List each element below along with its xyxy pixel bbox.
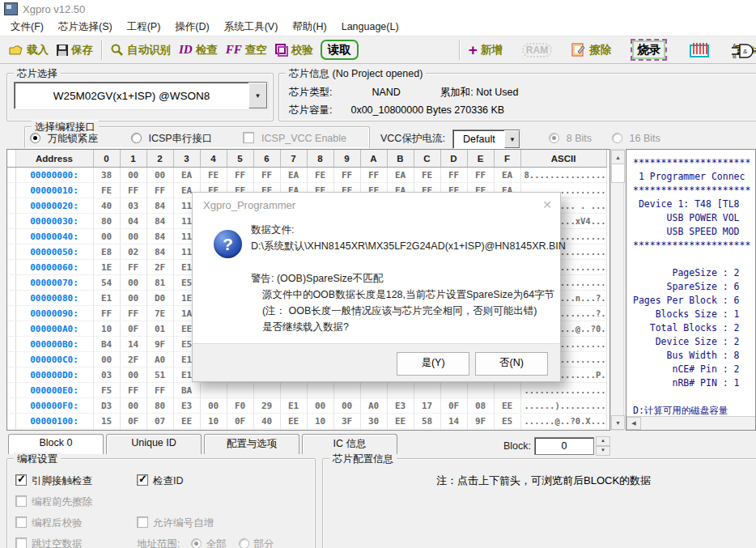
auto-identify-button[interactable]: 自动识别 [107,41,175,59]
hex-byte: 00 [120,168,147,183]
hex-byte: 00 [200,429,227,431]
bits8-label: 8 Bits [567,133,592,144]
menu-item-5[interactable]: 系统工具(V) [217,19,286,36]
hex-byte: E3 [280,429,307,431]
load-button[interactable]: 载入 [5,41,53,59]
dialog-message-line: D:\系统默认\XHN8145XR\MX35LF2G24AD(x1+ISP)@H… [251,238,552,254]
address-range-label: 地址范围: [137,538,180,548]
chevron-down-icon[interactable]: ▼ [504,130,520,148]
hex-byte: 00 [307,398,333,414]
scroll-up-button[interactable]: ▲ [611,150,625,164]
hex-vertical-scrollbar[interactable]: ▲ ▼ [610,149,624,431]
range-all-radio [191,538,202,548]
no-button[interactable]: 否(N) [475,352,548,376]
hex-byte: FF [93,306,120,321]
save-button[interactable]: 保存 [53,41,97,59]
tab-1[interactable]: Block 0 [8,434,104,454]
settings-grid: 引脚接触检查检查ID编程前先擦除编程后校验允许编号自增跳过空数据地址范围:全部部… [15,470,315,548]
hex-byte: D3 [93,398,120,414]
checkbox-icon[interactable] [137,474,148,486]
hex-column-header: A [360,150,387,168]
scroll-left-button[interactable]: ◀ [626,417,641,430]
hex-byte: 81 [147,275,173,291]
verify-button[interactable]: 校验 [271,41,317,59]
tab-2[interactable]: Unique ID [106,434,202,454]
pin-detect-button[interactable] [686,40,713,60]
svg-text:A: A [733,43,737,49]
menu-item-4[interactable]: 操作(D) [168,19,216,36]
hex-column-header: 9 [333,150,360,168]
hex-byte: 00 [120,229,147,244]
read-button[interactable]: 读取 [317,40,362,60]
yes-button[interactable]: 是(Y) [397,352,469,376]
vcc-combobox[interactable]: Default ▼ [452,130,520,149]
hex-column-header: C [414,150,440,168]
block-up-button[interactable]: ▲ [596,436,610,446]
check-id-button[interactable]: ID 检查 [175,41,222,59]
socket-radio[interactable] [30,133,40,143]
scroll-down-button[interactable]: ▼ [611,415,625,430]
scroll-thumb[interactable] [611,164,625,183]
hex-byte: 01 [147,321,173,337]
hex-byte [494,383,520,398]
block-spinner: Block: 0 ▲ ▼ [503,436,610,456]
menu-item-6[interactable]: 帮助(H) [285,19,333,36]
logic-gate-icon[interactable]: AB& [732,43,756,62]
erase-button[interactable]: 擦除 [567,41,615,59]
vcc-value: Default [453,134,504,145]
hex-byte: 58 [414,414,440,429]
tab-3[interactable]: 配置与选项 [204,434,299,454]
block-down-button[interactable]: ▼ [596,446,610,456]
block-browse-note: 注：点击上下箭头，可浏览前后BLOCK的数据 [436,474,651,488]
hex-byte: FF [120,183,147,198]
blank-check-button[interactable]: FF 查空 [222,41,271,59]
hex-ascii: ......@..?0.X... [520,414,606,429]
checkbox-icon[interactable] [15,474,27,486]
menu-item-2[interactable]: 芯片选择(S) [51,19,120,36]
close-icon[interactable]: ✕ [542,198,552,211]
hex-byte: E0 [173,429,200,431]
hex-address: 00000070: [15,275,93,291]
hex-byte: FE [414,168,440,183]
chip-type-row: 芯片类型: NAND 累加和: Not Used [289,83,518,101]
add-button[interactable]: + 新增 [465,41,507,59]
hex-byte: FF [440,168,467,183]
hex-byte: 10 [200,414,227,429]
hex-byte: 3F [333,414,360,429]
chip-info-group: 芯片信息 (No Project opened) 芯片类型: NAND 累加和:… [278,73,756,121]
chevron-down-icon[interactable]: ▼ [248,83,267,108]
hex-address: 00000090: [15,306,93,321]
toolbar-separator [459,40,461,60]
program-button[interactable]: 烧录 [626,37,671,62]
block-value-input[interactable]: 0 [534,437,594,455]
menu-item-1[interactable]: 文件(F) [3,19,51,36]
erase-icon [571,43,586,57]
hex-address: 000000C0: [15,352,93,367]
hex-byte [414,383,440,398]
tab-4[interactable]: IC 信息 [302,434,397,454]
icsp-radio[interactable] [131,133,142,143]
hex-byte: 0F [120,414,147,429]
menu-item-3[interactable]: 工程(P) [120,19,168,36]
menu-item-7[interactable]: Language(L) [334,19,406,34]
hex-byte: FF [227,168,253,183]
hex-byte [333,383,360,398]
log-horizontal-scrollbar[interactable]: ◀ [626,416,756,430]
hex-byte: 9F [147,337,173,352]
hex-byte: 04 [120,214,147,229]
bits16-label: 16 Bits [630,133,660,144]
ram-button: RAM [518,41,556,59]
hex-byte: A0 [360,429,387,431]
verify-icon [275,44,288,57]
hex-ascii: ......)......... [520,398,606,414]
vcc-row: VCC保护电流: Default ▼ 8 Bits 16 Bits [380,130,660,149]
setting-enabled[interactable]: 检查ID [137,474,315,488]
programmer-log: ********************* 1 Programmer Conne… [626,150,755,418]
hex-address: 00000050: [15,244,93,260]
chip-config-title: 芯片配置信息 [329,452,397,466]
hex-byte: 80 [147,398,173,414]
hex-byte: 7E [147,306,173,321]
setting-enabled[interactable]: 引脚接触检查 [15,474,137,488]
chip-select-combobox[interactable]: W25M02GV(x1+ISP) @WSON8 ▼ [14,82,268,109]
dialog-message: 数据文件:D:\系统默认\XHN8145XR\MX35LF2G24AD(x1+I… [251,222,552,335]
